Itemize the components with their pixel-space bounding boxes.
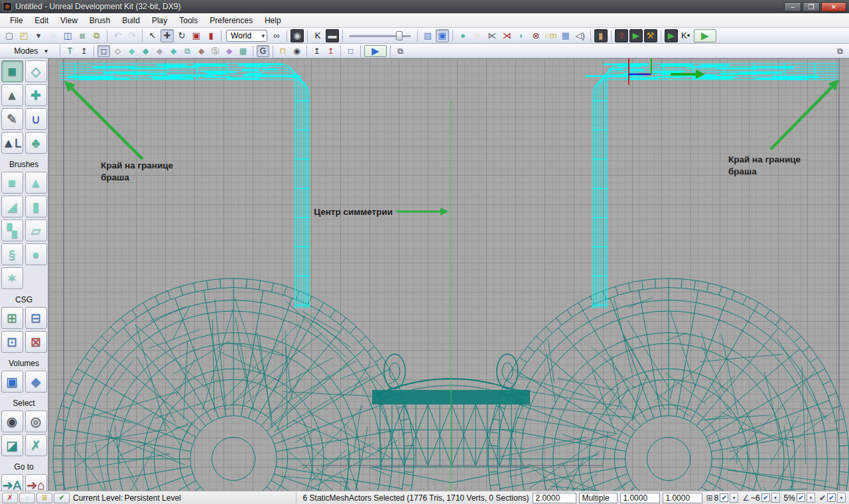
safe-frames[interactable]: □ [344,45,357,57]
build-status-ok[interactable]: ✔ [54,493,70,503]
viewmode-unlit[interactable]: ◆ [125,45,138,57]
viewport[interactable]: Край на границебрашаКрай на границебраша… [48,58,849,491]
viewmode-lightmap-density[interactable]: ◆ [223,45,235,57]
deselect-all[interactable]: ✗ [25,434,47,456]
realtime-preview[interactable]: ◉ [291,45,303,57]
drawscale3d-x-field[interactable]: 1.0000 [620,493,660,503]
brush-curved-staircase[interactable]: ◢ [1,196,23,218]
matinee[interactable]: ▬ [326,29,339,42]
maximize-button[interactable]: ❐ [803,2,820,12]
viewmode-brush-wireframe[interactable]: ◻ [98,45,110,57]
brush-volumetric[interactable]: ✶ [1,267,23,289]
geometry-edit-mode[interactable]: ✎ [1,108,23,130]
goto-builder-brush[interactable]: ➔⌂ [25,474,47,491]
brush-cylinder[interactable]: ▮ [25,196,47,218]
new-map[interactable]: ▢ [3,29,16,42]
viewmode-reflections[interactable]: ▦ [237,45,249,57]
csg-intersect[interactable]: ⊡ [1,331,23,353]
kismet[interactable]: K [311,29,324,42]
geometry-mode[interactable]: ◇ [25,60,47,82]
deploy-to-device[interactable]: ⇧ [615,29,628,42]
world-coordinate-select[interactable]: World▾ [226,30,267,42]
viewmode-lighting-only[interactable]: ◆ [167,45,180,57]
select-translate[interactable]: ↖ [146,29,159,42]
landscape-mode[interactable]: ▲L [1,132,23,154]
drawscale3d-y-field[interactable]: 1.0000 [663,493,702,503]
title-bar[interactable]: Untitled - Unreal Development Kit (32-bi… [0,0,849,13]
autosave-interval-dropdown[interactable]: ▾ [837,493,846,503]
maximize-viewport[interactable]: ⧉ [834,45,846,57]
brush-spiral-staircase[interactable]: § [1,243,23,265]
play-this-viewport[interactable]: ▶ [364,45,387,57]
translate-widget[interactable]: ✚ [161,29,174,42]
minimize-button[interactable]: – [784,2,801,12]
kismet-debug[interactable]: K• [679,29,692,42]
goto-actor[interactable]: ➔A [1,474,23,491]
autosave-disabled[interactable]: ✗ [2,493,18,503]
redo[interactable]: ↷ [125,29,139,42]
decals-toggle[interactable]: ◗ [515,29,528,42]
menu-edit[interactable]: Edit [29,15,54,27]
search-actors[interactable]: ∞ [270,29,283,42]
possess-player[interactable]: ↥ [324,45,337,57]
scale-snap-checkbox[interactable]: ✔ [797,493,805,502]
viewmode-wireframe[interactable]: ◇ [111,45,124,57]
lock-viewport[interactable]: ⊓ [277,45,289,57]
build-paths[interactable]: ≣ [36,493,52,503]
play-on-device[interactable]: ▶ [629,29,643,42]
maya-navigation[interactable]: ↥ [78,45,90,57]
toggle-lights[interactable]: ○ [471,29,484,42]
save-all-levels[interactable]: ⧈ [76,29,89,42]
play-in-editor[interactable]: ▶ [694,29,716,42]
viewmode-detail-lighting[interactable]: ◆ [153,45,166,57]
csg-deintersect[interactable]: ⊠ [25,331,47,353]
socket-snapping[interactable]: ● [456,29,470,42]
open-map[interactable]: ◰ [17,29,31,42]
show-selected-only[interactable]: ◉ [1,410,23,432]
show-brush-polys[interactable]: ▧ [421,29,434,42]
rotation-grid-checkbox[interactable]: ✔ [761,493,770,502]
device-settings[interactable]: ⚒ [644,29,657,42]
csg-add[interactable]: ⊞ [1,307,23,329]
mesh-paint-mode[interactable]: ∪ [25,108,47,130]
camera-speed-slider-thumb[interactable] [396,31,403,40]
game-view[interactable]: G [257,45,269,57]
open-recent-dropdown[interactable]: ▾ [32,29,45,42]
csg-subtract[interactable]: ⊟ [25,307,47,329]
drawscale-field[interactable]: 2.0000 [533,493,576,503]
rotate-widget[interactable]: ↻ [175,29,188,42]
camera-speed-slider[interactable] [350,31,411,41]
foliage-mode[interactable]: ♣ [25,132,47,154]
add-volume[interactable]: ▣ [1,371,23,393]
texture-density-stats[interactable]: ▦ [559,29,572,42]
save-current-level[interactable]: ◫ [61,29,74,42]
viewmode-texture-density[interactable]: ◆ [195,45,208,57]
viewmode-shader-complexity[interactable]: Ⓢ [209,45,222,57]
float-viewport[interactable]: ⧉ [394,45,407,57]
audio-toggle[interactable]: ◁) [574,29,587,42]
viewport-type-label[interactable]: T [64,45,76,57]
brush-cone[interactable]: ▲ [25,172,47,194]
volume-cube[interactable]: ◆ [25,371,47,393]
bone-socket-b[interactable]: ⋊ [500,29,513,42]
texture-align-mode[interactable]: ✚ [25,84,47,106]
menu-build[interactable]: Build [116,15,146,27]
brush-linear-staircase[interactable]: ▚ [1,220,23,241]
drag-grid-dropdown[interactable]: ▾ [730,493,738,503]
favorites[interactable]: ☆ [46,29,60,42]
invert-selection[interactable]: ◪ [1,434,23,456]
drag-grid-checkbox[interactable]: ✔ [720,493,728,502]
menu-tools[interactable]: Tools [173,15,204,27]
prefab-edit[interactable]: ⊗ [529,29,543,42]
brush-sphere[interactable]: ● [25,243,47,265]
build-lighting[interactable]: ○ [19,493,35,503]
menu-view[interactable]: View [54,15,84,27]
actor-name-field[interactable]: Multiple [579,493,618,503]
hide-selected[interactable]: ◎ [25,410,47,432]
builder-brush-visibility[interactable]: ▣ [436,29,449,42]
brush-sheet[interactable]: ▱ [25,220,47,241]
menu-preferences[interactable]: Preferences [204,15,259,27]
light-radius-toggle[interactable]: ○m [544,29,558,42]
scale-widget[interactable]: ▣ [190,29,203,42]
menu-file[interactable]: File [4,15,29,27]
